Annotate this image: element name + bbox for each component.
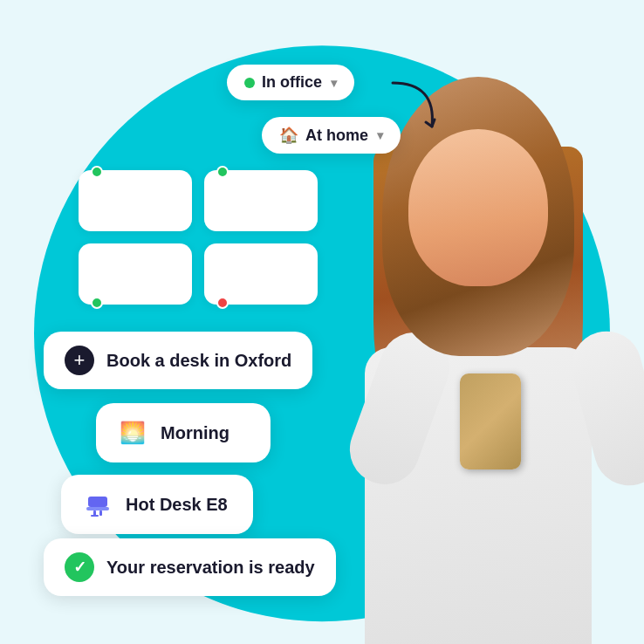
plus-symbol: +	[74, 349, 86, 372]
svg-rect-4	[91, 515, 99, 517]
availability-dot-3	[91, 297, 103, 309]
availability-dot-2	[216, 166, 229, 178]
desk-card-4[interactable]	[204, 243, 318, 305]
in-office-pill[interactable]: In office ▾	[227, 65, 354, 100]
book-desk-label: Book a desk in Oxford	[106, 351, 291, 371]
ui-overlay: In office ▾ 🏠 At home ▾	[26, 26, 375, 637]
desk-card-2[interactable]	[204, 170, 318, 231]
svg-rect-3	[99, 510, 102, 516]
at-home-label: At home	[305, 127, 368, 145]
desk-availability-grid	[79, 170, 318, 305]
availability-dot-4	[216, 297, 229, 309]
book-desk-card[interactable]: + Book a desk in Oxford	[44, 332, 312, 389]
main-scene: In office ▾ 🏠 At home ▾	[0, 0, 644, 644]
desk-card-1[interactable]	[79, 170, 192, 231]
check-symbol: ✓	[73, 558, 86, 577]
plus-circle-icon: +	[65, 346, 94, 375]
desk-card-3[interactable]	[79, 243, 192, 305]
reservation-card: ✓ Your reservation is ready	[44, 538, 336, 596]
chevron-down-icon: ▾	[331, 76, 337, 90]
check-circle-icon: ✓	[65, 552, 94, 582]
svg-rect-1	[86, 507, 109, 510]
chevron-down-icon-2: ▾	[377, 128, 383, 142]
morning-card[interactable]: 🌅 Morning	[96, 403, 271, 462]
arrow-decoration	[384, 74, 454, 144]
in-office-label: In office	[262, 73, 322, 92]
reservation-label: Your reservation is ready	[106, 558, 315, 578]
home-icon: 🏠	[279, 126, 298, 145]
hot-desk-label: Hot Desk E8	[126, 495, 228, 515]
status-dot-green	[244, 78, 255, 88]
phone	[460, 373, 521, 469]
availability-dot-1	[91, 166, 103, 178]
hot-desk-card[interactable]: Hot Desk E8	[61, 475, 253, 534]
sunrise-icon: 🌅	[117, 417, 148, 449]
face	[408, 129, 548, 286]
morning-label: Morning	[161, 423, 230, 443]
at-home-pill[interactable]: 🏠 At home ▾	[262, 117, 401, 154]
desk-chair-icon	[82, 489, 113, 520]
svg-rect-0	[88, 497, 107, 507]
